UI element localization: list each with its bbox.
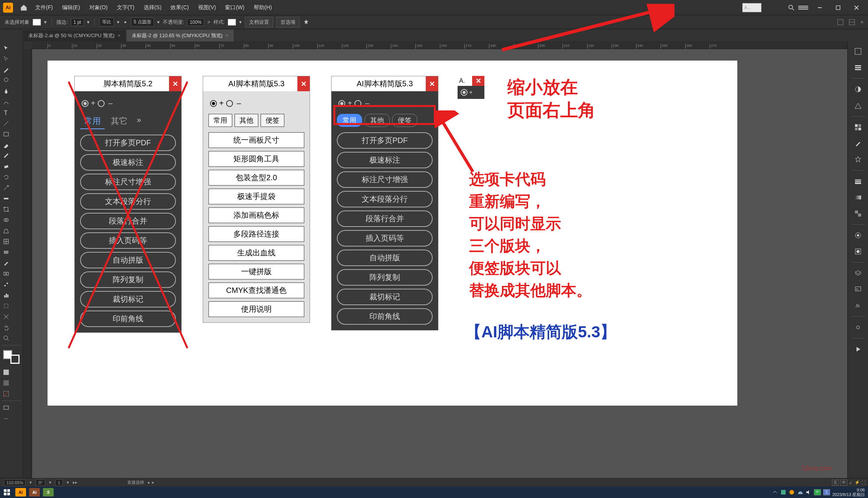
rect-tool-icon[interactable] (1, 129, 11, 139)
opacity-input[interactable]: 100% (187, 18, 204, 26)
play-icon[interactable] (851, 342, 865, 356)
graph-tool-icon[interactable] (1, 290, 11, 300)
script-btn[interactable]: 生成出血线 (208, 245, 304, 261)
layers-panel-icon[interactable] (851, 266, 865, 280)
tab-common[interactable]: 常用 (80, 114, 105, 129)
search-icon[interactable] (788, 4, 795, 12)
topbar-search-mini[interactable]: A... (742, 3, 761, 12)
screen-mode-icon[interactable] (1, 403, 11, 413)
magic-wand-icon[interactable] (1, 65, 11, 75)
line-tool-icon[interactable] (1, 118, 11, 128)
perspective-icon[interactable] (1, 226, 11, 236)
rotation[interactable]: 0° (36, 479, 45, 486)
type-tool-icon[interactable]: T (1, 108, 11, 118)
graphic-styles-icon[interactable] (851, 245, 865, 258)
script-btn[interactable]: 段落行合并 (80, 213, 176, 229)
radio-option[interactable] (98, 100, 105, 107)
script-btn[interactable]: 打开多页PDF (337, 132, 433, 149)
rotate-tool-icon[interactable] (1, 172, 11, 182)
artboards-panel-icon[interactable]: Js (851, 299, 865, 312)
script-btn[interactable]: 包装盒型2.0 (208, 170, 304, 186)
color-guide-icon[interactable] (851, 99, 865, 112)
script-btn[interactable]: 插入页码等 (80, 232, 176, 249)
artboard-nav[interactable]: 1 (55, 479, 63, 486)
script-btn[interactable]: 裁切标记 (80, 291, 176, 307)
tray-security-icon[interactable] (780, 489, 786, 495)
ime-indicator[interactable]: 中 (840, 480, 847, 486)
doc-tab-2[interactable]: 未标题-2 @ 110.65 % (CMYK/CPU 预览)× (126, 30, 234, 41)
script-btn[interactable]: 阵列复制 (337, 269, 433, 286)
menu-type[interactable]: 文字(T) (113, 2, 138, 13)
color-mode-icon[interactable] (1, 367, 11, 377)
panel-close-button[interactable]: ✕ (472, 76, 484, 86)
chevron-right-icon[interactable]: » (134, 114, 144, 129)
links-panel-icon[interactable] (851, 320, 865, 334)
radio-option[interactable] (82, 100, 89, 107)
direct-select-tool-icon[interactable] (1, 54, 11, 64)
tab-other[interactable]: 其他 (364, 114, 390, 127)
panel-close-button[interactable]: ✕ (426, 76, 438, 91)
gradient-mode-icon[interactable] (1, 378, 11, 388)
arrange-docs-icon[interactable] (798, 3, 808, 12)
none-mode-icon[interactable] (1, 389, 11, 399)
slice-tool-icon[interactable] (1, 312, 11, 322)
ruler-horizontal[interactable]: 0 10 20 30 40 50 60 70 80 90 100 110 120… (32, 41, 847, 49)
lasso-icon[interactable] (1, 76, 11, 85)
uniform-dropdown[interactable]: 等比 (99, 18, 114, 26)
script-btn[interactable]: 添加画稿色标 (208, 207, 304, 223)
curvature-tool-icon[interactable] (1, 97, 11, 107)
zoom-tool-icon[interactable] (1, 333, 11, 343)
stroke-panel-icon[interactable] (851, 174, 865, 188)
script-btn[interactable]: 裁切标记 (337, 289, 433, 305)
script-btn[interactable]: 段落行合并 (337, 210, 433, 227)
doc-tab-1[interactable]: 未标题-2.ai @ 50 % (CMYK/CPU 预览)× (23, 30, 126, 41)
clock-time[interactable]: 9:06 (832, 488, 865, 492)
taskbar-ai-icon[interactable]: Ai (15, 488, 26, 496)
free-transform-icon[interactable] (1, 204, 11, 214)
pen-tool-icon[interactable] (1, 86, 11, 96)
ruler-vertical[interactable] (24, 49, 31, 478)
panel-close-button[interactable]: ✕ (169, 76, 181, 91)
minimize-button[interactable] (811, 2, 828, 13)
gradient-tool-icon[interactable] (1, 247, 11, 257)
artboard-tool-icon[interactable] (1, 301, 11, 311)
close-tab-icon[interactable]: × (226, 33, 229, 38)
tab-other[interactable]: 其他 (235, 114, 258, 127)
close-window-button[interactable] (848, 2, 865, 13)
script-btn[interactable]: 多段路径连接 (208, 226, 304, 242)
tray-up-icon[interactable] (772, 489, 778, 495)
radio-option[interactable] (354, 100, 361, 107)
tab-notes[interactable]: 便签 (392, 114, 417, 127)
mesh-tool-icon[interactable] (1, 237, 11, 247)
script-btn[interactable]: CMYK查找潘通色 (208, 283, 304, 298)
menu-file[interactable]: 文件(F) (31, 2, 57, 13)
radio-option[interactable] (338, 100, 345, 107)
edit-toolbar-icon[interactable]: ⋯ (1, 414, 11, 424)
script-btn[interactable]: 矩形圆角工具 (208, 151, 304, 167)
pin-icon[interactable] (303, 19, 310, 26)
swatches-panel-icon[interactable] (851, 120, 865, 134)
tray-network-icon[interactable] (789, 489, 795, 495)
transparency-panel-icon[interactable] (851, 207, 865, 220)
hand-tool-icon[interactable] (1, 322, 11, 332)
tab-other[interactable]: 其它 (107, 114, 131, 129)
fill-stroke-swatches[interactable] (2, 349, 21, 365)
radio-option[interactable] (461, 89, 468, 96)
script-btn[interactable]: 统一画板尺寸 (208, 132, 304, 148)
script-btn[interactable]: 插入页码等 (337, 230, 433, 247)
script-btn[interactable]: 自动拼版 (80, 252, 176, 268)
menu-help[interactable]: 帮助(H) (250, 2, 276, 13)
menu-window[interactable]: 窗口(W) (221, 2, 248, 13)
script-btn[interactable]: 文本段落分行 (80, 193, 176, 210)
shaper-tool-icon[interactable] (1, 151, 11, 161)
menu-effect[interactable]: 效果(C) (167, 2, 192, 13)
script-btn[interactable]: 自动拼版 (337, 250, 433, 266)
panel-close-button[interactable]: ✕ (297, 76, 310, 91)
prefs-button[interactable]: 首选项 (276, 17, 300, 28)
script-btn[interactable]: 一键拼版 (208, 264, 304, 279)
script-btn[interactable]: 打开多页PDF (80, 135, 176, 151)
script-btn[interactable]: 文本段落分行 (337, 191, 433, 207)
script-btn[interactable]: 极速标注 (80, 154, 176, 171)
blend-tool-icon[interactable] (1, 269, 11, 279)
panel-collapse-icon[interactable] (837, 19, 843, 25)
